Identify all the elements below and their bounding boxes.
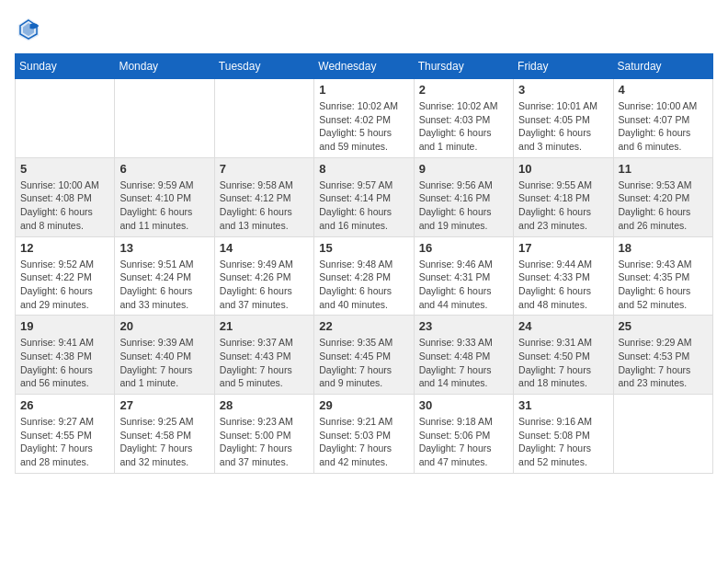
day-number: 2: [419, 83, 508, 97]
day-info: Sunrise: 10:01 AMSunset: 4:05 PMDaylight…: [518, 99, 608, 154]
day-number: 10: [518, 162, 608, 176]
day-info: Sunrise: 10:00 AMSunset: 4:08 PMDaylight…: [20, 178, 109, 233]
calendar-cell: [115, 79, 214, 158]
day-number: 1: [319, 83, 408, 97]
day-number: 30: [419, 398, 508, 412]
calendar-cell: 11Sunrise: 9:53 AMSunset: 4:20 PMDayligh…: [613, 157, 712, 236]
day-info: Sunrise: 10:02 AMSunset: 4:03 PMDaylight…: [419, 99, 508, 154]
calendar-cell: 9Sunrise: 9:56 AMSunset: 4:16 PMDaylight…: [414, 157, 513, 236]
day-info: Sunrise: 9:57 AMSunset: 4:14 PMDaylight:…: [319, 178, 408, 233]
logo-icon: [15, 15, 42, 42]
week-row-5: 26Sunrise: 9:27 AMSunset: 4:55 PMDayligh…: [16, 395, 713, 474]
day-number: 13: [119, 241, 209, 255]
calendar-cell: 23Sunrise: 9:33 AMSunset: 4:48 PMDayligh…: [414, 316, 513, 395]
calendar-cell: 17Sunrise: 9:44 AMSunset: 4:33 PMDayligh…: [514, 236, 613, 316]
day-info: Sunrise: 9:31 AMSunset: 4:50 PMDaylight:…: [518, 336, 608, 390]
calendar-cell: 22Sunrise: 9:35 AMSunset: 4:45 PMDayligh…: [314, 316, 414, 395]
calendar-cell: 5Sunrise: 10:00 AMSunset: 4:08 PMDayligh…: [16, 157, 115, 236]
day-info: Sunrise: 9:48 AMSunset: 4:28 PMDaylight:…: [319, 258, 408, 312]
day-info: Sunrise: 9:59 AMSunset: 4:10 PMDaylight:…: [119, 178, 209, 233]
day-info: Sunrise: 9:25 AMSunset: 4:58 PMDaylight:…: [119, 415, 209, 469]
calendar-cell: 13Sunrise: 9:51 AMSunset: 4:24 PMDayligh…: [115, 236, 214, 316]
day-number: 7: [220, 162, 309, 176]
day-info: Sunrise: 9:56 AMSunset: 4:16 PMDaylight:…: [419, 178, 508, 233]
day-info: Sunrise: 9:49 AMSunset: 4:26 PMDaylight:…: [220, 258, 309, 312]
calendar-cell: 3Sunrise: 10:01 AMSunset: 4:05 PMDayligh…: [514, 79, 613, 158]
calendar-cell: 24Sunrise: 9:31 AMSunset: 4:50 PMDayligh…: [514, 316, 613, 395]
page-header: [15, 15, 713, 42]
day-info: Sunrise: 9:23 AMSunset: 5:00 PMDaylight:…: [220, 415, 309, 469]
week-row-3: 12Sunrise: 9:52 AMSunset: 4:22 PMDayligh…: [16, 236, 713, 316]
day-number: 6: [119, 162, 209, 176]
day-number: 15: [319, 241, 408, 255]
calendar-cell: 25Sunrise: 9:29 AMSunset: 4:53 PMDayligh…: [613, 316, 712, 395]
day-number: 22: [319, 319, 408, 333]
day-header-sunday: Sunday: [16, 54, 115, 79]
calendar-cell: 14Sunrise: 9:49 AMSunset: 4:26 PMDayligh…: [214, 236, 313, 316]
day-info: Sunrise: 9:53 AMSunset: 4:20 PMDaylight:…: [619, 178, 708, 233]
week-row-4: 19Sunrise: 9:41 AMSunset: 4:38 PMDayligh…: [16, 316, 713, 395]
day-header-saturday: Saturday: [613, 54, 712, 79]
day-info: Sunrise: 9:58 AMSunset: 4:12 PMDaylight:…: [220, 178, 309, 233]
calendar-cell: [613, 395, 712, 474]
day-number: 11: [619, 162, 708, 176]
day-number: 4: [619, 83, 708, 97]
calendar-cell: 29Sunrise: 9:21 AMSunset: 5:03 PMDayligh…: [314, 395, 414, 474]
day-info: Sunrise: 9:37 AMSunset: 4:43 PMDaylight:…: [220, 336, 309, 390]
calendar-cell: 15Sunrise: 9:48 AMSunset: 4:28 PMDayligh…: [314, 236, 414, 316]
calendar-cell: 10Sunrise: 9:55 AMSunset: 4:18 PMDayligh…: [514, 157, 613, 236]
day-number: 12: [20, 241, 109, 255]
week-row-1: 1Sunrise: 10:02 AMSunset: 4:02 PMDayligh…: [16, 79, 713, 158]
calendar-cell: 21Sunrise: 9:37 AMSunset: 4:43 PMDayligh…: [214, 316, 313, 395]
calendar-cell: 26Sunrise: 9:27 AMSunset: 4:55 PMDayligh…: [16, 395, 115, 474]
calendar-cell: [214, 79, 313, 158]
calendar-cell: 18Sunrise: 9:43 AMSunset: 4:35 PMDayligh…: [613, 236, 712, 316]
calendar-cell: 4Sunrise: 10:00 AMSunset: 4:07 PMDayligh…: [613, 79, 712, 158]
day-info: Sunrise: 9:27 AMSunset: 4:55 PMDaylight:…: [20, 415, 109, 469]
calendar-cell: [16, 79, 115, 158]
day-number: 31: [518, 398, 608, 412]
day-number: 29: [319, 398, 408, 412]
day-info: Sunrise: 10:02 AMSunset: 4:02 PMDaylight…: [319, 99, 408, 154]
day-number: 25: [619, 319, 708, 333]
day-number: 9: [419, 162, 508, 176]
calendar-cell: 8Sunrise: 9:57 AMSunset: 4:14 PMDaylight…: [314, 157, 414, 236]
day-info: Sunrise: 9:35 AMSunset: 4:45 PMDaylight:…: [319, 336, 408, 390]
day-info: Sunrise: 9:52 AMSunset: 4:22 PMDaylight:…: [20, 258, 109, 312]
day-info: Sunrise: 9:43 AMSunset: 4:35 PMDaylight:…: [619, 258, 708, 312]
day-number: 27: [119, 398, 209, 412]
day-number: 14: [220, 241, 309, 255]
day-number: 20: [119, 319, 209, 333]
day-number: 26: [20, 398, 109, 412]
day-number: 3: [518, 83, 608, 97]
header-row: SundayMondayTuesdayWednesdayThursdayFrid…: [16, 54, 713, 79]
day-number: 24: [518, 319, 608, 333]
logo: [15, 15, 44, 42]
day-number: 23: [419, 319, 508, 333]
day-header-tuesday: Tuesday: [214, 54, 313, 79]
calendar-cell: 19Sunrise: 9:41 AMSunset: 4:38 PMDayligh…: [16, 316, 115, 395]
day-header-wednesday: Wednesday: [314, 54, 414, 79]
day-info: Sunrise: 9:51 AMSunset: 4:24 PMDaylight:…: [119, 258, 209, 312]
day-info: Sunrise: 9:16 AMSunset: 5:08 PMDaylight:…: [518, 415, 608, 469]
day-info: Sunrise: 10:00 AMSunset: 4:07 PMDaylight…: [619, 99, 708, 154]
day-info: Sunrise: 9:44 AMSunset: 4:33 PMDaylight:…: [518, 258, 608, 312]
day-header-thursday: Thursday: [414, 54, 513, 79]
day-number: 18: [619, 241, 708, 255]
calendar-cell: 6Sunrise: 9:59 AMSunset: 4:10 PMDaylight…: [115, 157, 214, 236]
day-number: 21: [220, 319, 309, 333]
calendar-cell: 12Sunrise: 9:52 AMSunset: 4:22 PMDayligh…: [16, 236, 115, 316]
calendar-cell: 1Sunrise: 10:02 AMSunset: 4:02 PMDayligh…: [314, 79, 414, 158]
day-info: Sunrise: 9:41 AMSunset: 4:38 PMDaylight:…: [20, 336, 109, 390]
day-info: Sunrise: 9:29 AMSunset: 4:53 PMDaylight:…: [619, 336, 708, 390]
day-number: 28: [220, 398, 309, 412]
day-info: Sunrise: 9:21 AMSunset: 5:03 PMDaylight:…: [319, 415, 408, 469]
day-header-friday: Friday: [514, 54, 613, 79]
calendar-cell: 27Sunrise: 9:25 AMSunset: 4:58 PMDayligh…: [115, 395, 214, 474]
calendar-cell: 7Sunrise: 9:58 AMSunset: 4:12 PMDaylight…: [214, 157, 313, 236]
calendar-cell: 28Sunrise: 9:23 AMSunset: 5:00 PMDayligh…: [214, 395, 313, 474]
calendar-cell: 31Sunrise: 9:16 AMSunset: 5:08 PMDayligh…: [514, 395, 613, 474]
day-header-monday: Monday: [115, 54, 214, 79]
calendar-cell: 16Sunrise: 9:46 AMSunset: 4:31 PMDayligh…: [414, 236, 513, 316]
calendar-cell: 30Sunrise: 9:18 AMSunset: 5:06 PMDayligh…: [414, 395, 513, 474]
